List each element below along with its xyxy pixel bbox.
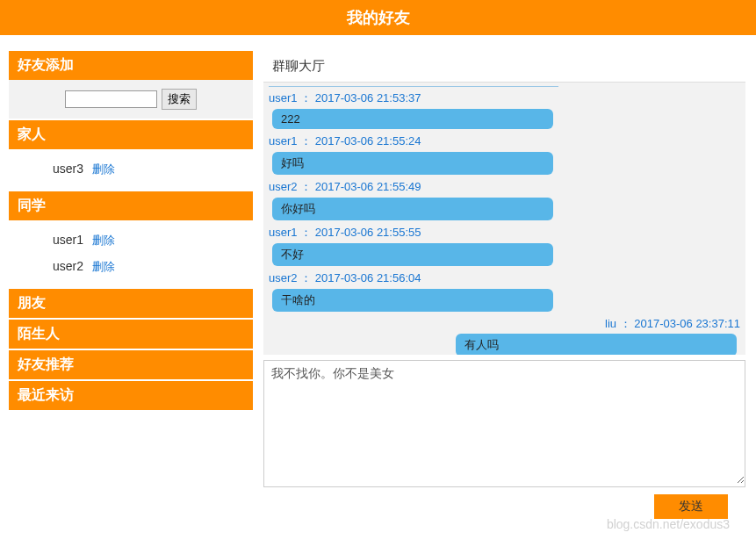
msg-user: user1 <box>269 226 298 239</box>
message-bubble: 你好吗 <box>272 198 553 220</box>
message-header: user1 ： 2017-03-06 21:55:24 <box>269 132 740 151</box>
msg-user: user1 <box>269 91 298 104</box>
message-bubble: 222 <box>272 109 553 129</box>
friend-list-classmate: user1 删除 user2 删除 <box>9 220 253 289</box>
delete-link[interactable]: 删除 <box>92 234 115 247</box>
group-header-family[interactable]: 家人 <box>9 120 253 149</box>
group-header-stranger[interactable]: 陌生人 <box>9 320 253 349</box>
msg-time: 2017-03-06 21:53:37 <box>315 91 421 104</box>
send-button[interactable]: 发送 <box>654 494 728 519</box>
group-header-recent[interactable]: 最近来访 <box>9 381 253 410</box>
friend-name: user1 <box>53 233 83 247</box>
msg-user: user1 <box>269 134 298 148</box>
msg-time: 2017-03-06 23:37:11 <box>634 317 740 330</box>
friend-list-family: user3 删除 <box>9 149 253 191</box>
msg-user: user2 <box>269 271 298 284</box>
search-button[interactable]: 搜索 <box>162 89 197 110</box>
send-row: 发送 <box>263 487 745 519</box>
message-header: user1 ： 2017-03-06 21:55:55 <box>269 223 740 242</box>
message-bubble: 有人吗 <box>456 334 737 355</box>
message-header: user2 ： 2017-03-06 21:56:04 <box>269 269 740 288</box>
message-bubble: 不好 <box>272 243 553 266</box>
sidebar: 好友添加 搜索 家人 user3 删除 同学 user1 删除 user2 删除… <box>9 51 253 519</box>
page-title: 我的好友 <box>347 9 410 26</box>
friend-item: user3 删除 <box>53 156 253 183</box>
group-header-recommend[interactable]: 好友推荐 <box>9 350 253 379</box>
search-panel: 搜索 <box>9 80 253 120</box>
msg-time: 2017-03-06 21:55:24 <box>315 134 421 148</box>
friend-name: user3 <box>53 162 83 176</box>
group-header-classmate[interactable]: 同学 <box>9 191 253 220</box>
main-layout: 好友添加 搜索 家人 user3 删除 同学 user1 删除 user2 删除… <box>0 51 756 519</box>
friend-item: user2 删除 <box>53 254 253 280</box>
add-friend-header: 好友添加 <box>9 51 253 80</box>
group-header-friend[interactable]: 朋友 <box>9 289 253 318</box>
message-header: user1 ： 2017-03-06 21:53:37 <box>269 89 740 108</box>
friend-item: user1 删除 <box>53 227 253 254</box>
msg-user: liu <box>605 317 616 330</box>
chat-title: 群聊大厅 <box>263 51 745 83</box>
message-header: liu ： 2017-03-06 23:37:11 <box>269 314 740 334</box>
message-bubble: 好吗 <box>272 152 553 175</box>
msg-user: user2 <box>269 180 298 193</box>
msg-time: 2017-03-06 21:55:55 <box>315 226 421 239</box>
page-header: 我的好友 <box>0 0 756 35</box>
delete-link[interactable]: 删除 <box>92 260 115 273</box>
msg-time: 2017-03-06 21:55:49 <box>315 180 421 193</box>
search-input[interactable] <box>65 90 157 108</box>
msg-time: 2017-03-06 21:56:04 <box>315 271 421 284</box>
compose-textarea[interactable] <box>264 361 745 484</box>
message-header: user2 ： 2017-03-06 21:55:49 <box>269 177 740 197</box>
compose-area <box>263 360 745 487</box>
divider <box>269 86 558 87</box>
delete-link[interactable]: 删除 <box>92 162 115 176</box>
friend-name: user2 <box>53 259 83 273</box>
chat-panel: 群聊大厅 user1 ： 2017-03-06 21:53:37 222 use… <box>263 51 745 519</box>
chat-log[interactable]: user1 ： 2017-03-06 21:53:37 222 user1 ： … <box>263 83 745 355</box>
message-bubble: 干啥的 <box>272 289 553 312</box>
